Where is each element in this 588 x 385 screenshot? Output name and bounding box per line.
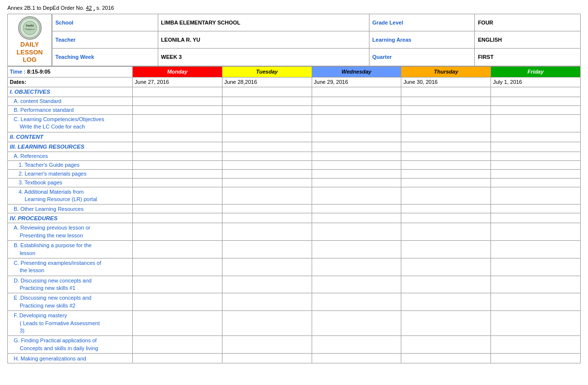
- developing-mastery-label: F. Developing mastery ( Leads to Formati…: [8, 311, 133, 336]
- teachers-guide-row: 1. Teacher's Guide pages: [8, 160, 581, 169]
- wednesday-date: June 29, 2016: [312, 77, 401, 87]
- making-generalizations-row: H. Making generalizations and: [8, 354, 581, 363]
- presenting-label: C. Presenting examples/instances of the …: [8, 258, 133, 276]
- additional-materials-row: 4. Additional Materials from Learning Re…: [8, 187, 581, 205]
- discussing2-label: E .Discussing new concepts and Practicin…: [8, 293, 133, 311]
- performance-standard-row: B. Performance standard: [8, 105, 581, 114]
- svg-text:DepEd: DepEd: [26, 24, 34, 27]
- school-label-cell: School: [52, 14, 158, 31]
- header-info: School LIMBA ELEMENTARY SCHOOL Grade Lev…: [52, 14, 580, 66]
- reviewing-row: A. Reviewing previous lesson or Presenti…: [8, 223, 581, 241]
- time-row: Time : 8:15-9:05 Monday Tuesday Wednesda…: [8, 66, 581, 77]
- thursday-header: Thursday: [401, 66, 491, 77]
- content-label: II. CONTENT: [8, 132, 133, 142]
- wednesday-header: Wednesday: [312, 66, 401, 77]
- teachers-guide-label: 1. Teacher's Guide pages: [8, 160, 133, 169]
- svg-text:Philippines: Philippines: [25, 28, 34, 30]
- school-value: LIMBA ELEMENTARY SCHOOL: [161, 20, 241, 26]
- teaching-week-label: Teaching Week: [55, 54, 94, 60]
- making-generalizations-label: H. Making generalizations and: [8, 354, 133, 363]
- header-wrapper: DepEd Philippines DAILY LESSON LOG Schoo…: [7, 14, 581, 66]
- school-label: School: [55, 20, 74, 26]
- friday-header: Friday: [491, 66, 581, 77]
- time-value: 8:15-9:05: [27, 69, 50, 75]
- content-header-row: II. CONTENT: [8, 132, 581, 142]
- main-table: Time : 8:15-9:05 Monday Tuesday Wednesda…: [7, 66, 581, 363]
- content-standard-label: A. content Standard: [8, 97, 133, 105]
- teaching-week-value: WEEK 3: [161, 54, 182, 60]
- learning-competencies-label: C. Learning Competencies/Objectives Writ…: [8, 114, 133, 132]
- time-label: Time :: [10, 69, 27, 75]
- monday-header: Monday: [133, 66, 222, 77]
- grade-level-label: Grade Level: [372, 20, 403, 26]
- grade-level-value: FOUR: [478, 20, 493, 26]
- learning-areas-value: ENGLISH: [478, 37, 502, 43]
- grade-level-value-cell: FOUR: [474, 14, 580, 31]
- daily-lesson-log-title: DAILY LESSON LOG: [10, 41, 49, 64]
- learners-materials-row: 2. Learner's materials pages: [8, 169, 581, 178]
- discussing2-row: E .Discussing new concepts and Practicin…: [8, 293, 581, 311]
- monday-date: June 27, 2016: [133, 77, 222, 87]
- establishing-row: B. Establishing a purpose for the lesson: [8, 241, 581, 258]
- teacher-value-cell: LEONILA R. YU: [158, 31, 369, 49]
- quarter-label-cell: Quarter: [369, 49, 475, 66]
- time-label-cell: Time : 8:15-9:05: [8, 66, 133, 77]
- dates-row: Dates: June 27, 2016 June 28,2016 June 2…: [8, 77, 581, 87]
- learning-competencies-row: C. Learning Competencies/Objectives Writ…: [8, 114, 581, 132]
- tuesday-date: June 28,2016: [222, 77, 312, 87]
- annex-text: Annex 2B.1 to DepEd Order No. 42 , s. 20…: [7, 5, 581, 11]
- objectives-label: I. OBJECTIVES: [8, 87, 133, 97]
- learners-materials-label: 2. Learner's materials pages: [8, 169, 133, 178]
- learning-resources-label: III. LEARNING RESOURCES: [8, 142, 133, 152]
- grade-level-label-cell: Grade Level: [369, 14, 475, 31]
- quarter-value-cell: FIRST: [474, 49, 580, 66]
- finding-practical-label: G. Finding Practical applications of Con…: [8, 336, 133, 354]
- finding-practical-row: G. Finding Practical applications of Con…: [8, 336, 581, 354]
- other-learning-resources-label: B. Other Learning Resources: [8, 205, 133, 213]
- establishing-label: B. Establishing a purpose for the lesson: [8, 241, 133, 258]
- teacher-label: Teacher: [55, 37, 75, 43]
- reviewing-label: A. Reviewing previous lesson or Presenti…: [8, 223, 133, 241]
- procedures-label: IV. PROCEDURES: [8, 213, 133, 223]
- other-learning-resources-row: B. Other Learning Resources: [8, 205, 581, 213]
- content-standard-row: A. content Standard: [8, 97, 581, 105]
- procedures-header-row: IV. PROCEDURES: [8, 213, 581, 223]
- logo-area: DepEd Philippines DAILY LESSON LOG: [8, 14, 52, 66]
- friday-date: July 1, 2016: [491, 77, 581, 87]
- school-logo: DepEd Philippines: [18, 16, 42, 40]
- discussing1-label: D. Discussing new concepts and Practicin…: [8, 276, 133, 293]
- learning-areas-label: Learning Areas: [372, 37, 412, 43]
- references-label: A. References: [8, 152, 133, 160]
- quarter-value: FIRST: [478, 54, 493, 60]
- quarter-label: Quarter: [372, 54, 392, 60]
- objectives-header-row: I. OBJECTIVES: [8, 87, 581, 97]
- school-value-cell: LIMBA ELEMENTARY SCHOOL: [158, 14, 369, 31]
- thursday-date: June 30, 2016: [401, 77, 491, 87]
- developing-mastery-row: F. Developing mastery ( Leads to Formati…: [8, 311, 581, 336]
- performance-standard-label: B. Performance standard: [8, 105, 133, 114]
- textbook-pages-row: 3. Textbook pages: [8, 178, 581, 187]
- teacher-label-cell: Teacher: [52, 31, 158, 49]
- learning-areas-label-cell: Learning Areas: [369, 31, 475, 49]
- textbook-pages-label: 3. Textbook pages: [8, 178, 133, 187]
- references-row: A. References: [8, 152, 581, 160]
- learning-resources-header-row: III. LEARNING RESOURCES: [8, 142, 581, 152]
- dates-label-cell: Dates:: [8, 77, 133, 87]
- learning-areas-value-cell: ENGLISH: [474, 31, 580, 49]
- teaching-week-label-cell: Teaching Week: [52, 49, 158, 66]
- dates-label: Dates:: [10, 79, 26, 85]
- teacher-value: LEONILA R. YU: [161, 37, 200, 43]
- teaching-week-value-cell: WEEK 3: [158, 49, 369, 66]
- tuesday-header: Tuesday: [222, 66, 312, 77]
- additional-materials-label: 4. Additional Materials from Learning Re…: [8, 187, 133, 205]
- discussing1-row: D. Discussing new concepts and Practicin…: [8, 276, 581, 293]
- presenting-row: C. Presenting examples/instances of the …: [8, 258, 581, 276]
